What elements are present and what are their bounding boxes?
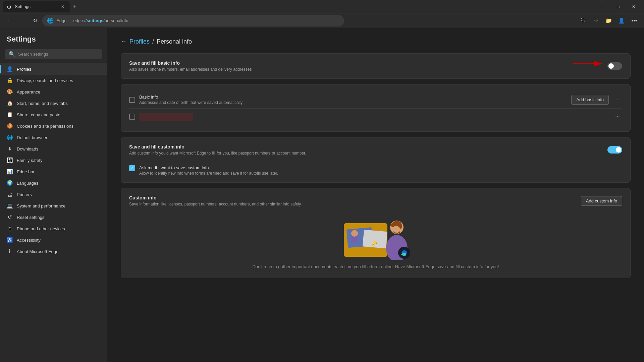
save-fill-basic-toggle[interactable] — [607, 62, 622, 70]
basic-info-entry-checkbox[interactable] — [129, 114, 135, 120]
sidebar-item-appearance-label: Appearance — [17, 89, 40, 95]
ask-custom-row: Ask me if I want to save custom info All… — [129, 161, 622, 176]
basic-info-entry-more-button[interactable]: ··· — [613, 112, 622, 121]
address-bar[interactable]: 🌐 Edge | edge://settings/personalinfo — [42, 15, 344, 26]
save-fill-basic-card: Save and fill basic info Also saves phon… — [121, 53, 631, 79]
sidebar-item-profiles-label: Profiles — [17, 67, 31, 72]
maximize-button[interactable]: □ — [610, 1, 626, 12]
sidebar-item-reset-settings[interactable]: ↺ Reset settings — [0, 212, 107, 223]
basic-info-entry-row: ··· — [129, 108, 622, 125]
custom-info-desc: Save information like licenses, passport… — [129, 202, 302, 206]
address-text: edge://settings/personalinfo — [73, 18, 128, 23]
main-layout: Settings 🔍 👤 Profiles 🔒 Privacy, search,… — [0, 28, 644, 362]
sidebar-item-printers-label: Printers — [17, 192, 32, 197]
privacy-icon: 🔒 — [7, 77, 13, 83]
save-fill-basic-header: Save and fill basic info Also saves phon… — [129, 60, 622, 72]
favorites-icon[interactable]: ☆ — [590, 15, 602, 26]
sidebar-item-accessibility[interactable]: ♿ Accessibility — [0, 234, 107, 246]
search-icon: 🔍 — [9, 51, 15, 57]
active-tab[interactable]: ⚙ Settings ✕ — [3, 1, 70, 12]
more-menu-icon[interactable]: ••• — [629, 15, 640, 26]
save-fill-custom-info: Save and fill custom info Add custom inf… — [129, 144, 306, 156]
ask-custom-checkbox[interactable] — [129, 165, 135, 171]
reset-settings-icon: ↺ — [7, 214, 13, 220]
basic-info-title: Basic info — [139, 95, 567, 100]
add-custom-info-button[interactable]: Add custom info — [581, 196, 622, 206]
basic-info-row: Basic info Addresses and date of birth t… — [129, 91, 622, 108]
appearance-icon: 🎨 — [7, 89, 13, 95]
save-fill-custom-desc: Add custom info you'd want Microsoft Edg… — [129, 151, 306, 156]
sidebar-item-system-performance[interactable]: 💻 System and performance — [0, 200, 107, 212]
sidebar-item-start-home[interactable]: 🏠 Start, home, and new tabs — [0, 98, 107, 109]
about-icon: ℹ — [7, 248, 13, 254]
profile-icon[interactable]: 👤 — [616, 15, 627, 26]
edge-browser-icon: 🌐 — [47, 17, 54, 24]
sidebar-item-phone-devices[interactable]: 📱 Phone and other devices — [0, 223, 107, 234]
toggle-thumb-custom — [616, 147, 621, 153]
custom-info-info: Custom info Save information like licens… — [129, 195, 302, 206]
breadcrumb-current-page: Personal info — [157, 38, 192, 45]
address-separator: | — [69, 18, 70, 24]
reload-button[interactable]: ↻ — [30, 15, 40, 26]
tab-strip: ⚙ Settings ✕ + — [3, 1, 595, 12]
share-copy-icon: 📋 — [7, 112, 13, 118]
address-bold: settings — [87, 18, 103, 23]
sidebar-item-default-browser[interactable]: 🌐 Default browser — [0, 132, 107, 143]
ask-custom-label: Ask me if I want to save custom info — [139, 165, 278, 170]
sidebar-item-edge-bar-label: Edge bar — [17, 169, 35, 174]
address-path: /personalinfo — [103, 18, 128, 23]
sidebar-item-share-copy[interactable]: 📋 Share, copy and paste — [0, 109, 107, 120]
save-fill-basic-desc: Also saves phone numbers, email addresse… — [129, 67, 252, 72]
default-browser-icon: 🌐 — [7, 134, 13, 140]
sidebar-item-downloads[interactable]: ⬇ Downloads — [0, 143, 107, 155]
forward-button[interactable]: → — [17, 15, 28, 26]
back-button[interactable]: ← — [4, 15, 15, 26]
phone-devices-icon: 📱 — [7, 226, 13, 232]
basic-info-info: Basic info Addresses and date of birth t… — [139, 95, 567, 105]
basic-info-more-button[interactable]: ··· — [613, 95, 622, 105]
family-safety-icon: 👨‍👩‍👧 — [7, 157, 13, 163]
svg-rect-5 — [351, 237, 358, 242]
sidebar-item-printers[interactable]: 🖨 Printers — [0, 189, 107, 200]
illustration-caption: Don't rush to gather important documents… — [252, 264, 499, 269]
system-performance-icon: 💻 — [7, 203, 13, 209]
tab-close-button[interactable]: ✕ — [60, 4, 66, 10]
sidebar-item-default-browser-label: Default browser — [17, 135, 47, 140]
printers-icon: 🖨 — [7, 191, 13, 197]
titlebar: ⚙ Settings ✕ + ─ □ ✕ — [0, 0, 644, 13]
sidebar-item-appearance[interactable]: 🎨 Appearance — [0, 86, 107, 98]
save-fill-custom-toggle[interactable] — [607, 146, 622, 154]
sidebar-item-about[interactable]: ℹ About Microsoft Edge — [0, 246, 107, 257]
sidebar-item-privacy-label: Privacy, search, and services — [17, 78, 73, 83]
sidebar: Settings 🔍 👤 Profiles 🔒 Privacy, search,… — [0, 28, 107, 362]
basic-info-entry-value — [139, 113, 193, 121]
search-input[interactable] — [18, 52, 98, 57]
sidebar-item-profiles[interactable]: 👤 Profiles — [0, 63, 107, 75]
breadcrumb-profiles-link[interactable]: Profiles — [129, 38, 150, 45]
add-basic-info-button[interactable]: Add basic info — [571, 95, 609, 105]
search-box[interactable]: 🔍 — [5, 49, 102, 59]
window-controls: ─ □ ✕ — [595, 1, 641, 12]
accessibility-icon: ♿ — [7, 237, 13, 243]
sidebar-item-start-home-label: Start, home, and new tabs — [17, 101, 68, 106]
sidebar-item-privacy[interactable]: 🔒 Privacy, search, and services — [0, 75, 107, 86]
new-tab-button[interactable]: + — [70, 2, 80, 12]
breadcrumb-back-button[interactable]: ← — [121, 38, 127, 45]
sidebar-item-languages-label: Languages — [17, 181, 38, 186]
close-button[interactable]: ✕ — [626, 1, 641, 12]
sidebar-item-languages[interactable]: 🌍 Languages — [0, 177, 107, 189]
address-scheme: edge:// — [73, 18, 87, 23]
basic-info-checkbox[interactable] — [129, 97, 135, 103]
sidebar-item-share-copy-label: Share, copy and paste — [17, 112, 60, 117]
sidebar-item-downloads-label: Downloads — [17, 146, 38, 152]
custom-info-illustration: 🔑 — [337, 213, 414, 260]
collections-icon[interactable]: 📁 — [603, 15, 614, 26]
custom-info-title: Custom info — [129, 195, 302, 200]
sidebar-item-edge-bar[interactable]: 📊 Edge bar — [0, 166, 107, 177]
custom-info-card: Custom info Save information like licens… — [121, 188, 631, 278]
breadcrumb-separator: / — [152, 38, 154, 45]
sidebar-item-cookies[interactable]: 🍪 Cookies and site permissions — [0, 120, 107, 132]
sidebar-item-family-safety[interactable]: 👨‍👩‍👧 Family safety — [0, 155, 107, 166]
minimize-button[interactable]: ─ — [595, 1, 610, 12]
security-shield-icon[interactable]: 🛡 — [578, 15, 589, 26]
